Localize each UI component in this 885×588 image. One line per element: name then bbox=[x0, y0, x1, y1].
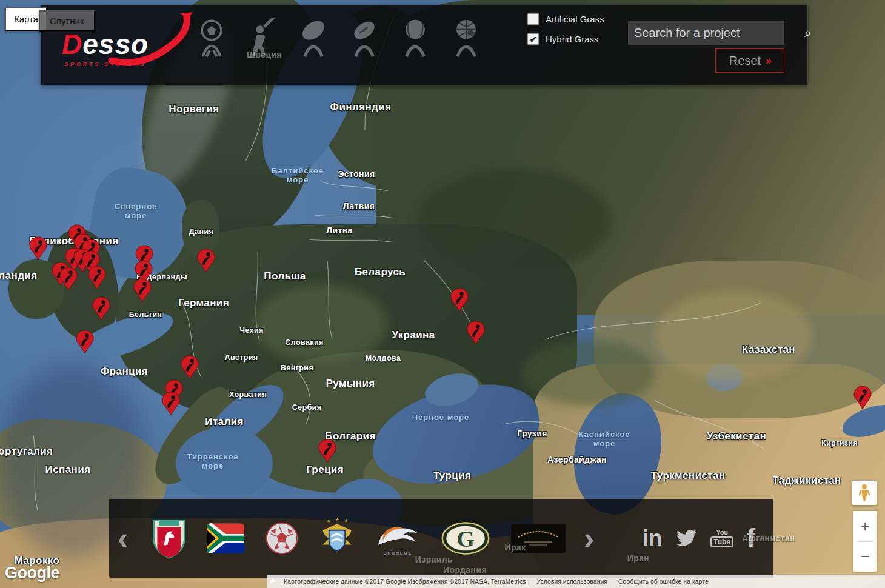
brand-name: Desso bbox=[62, 30, 149, 58]
liverpool-fc-crest[interactable] bbox=[152, 517, 186, 560]
project-marker[interactable] bbox=[76, 330, 94, 356]
project-marker[interactable] bbox=[92, 296, 110, 323]
pegman-button[interactable] bbox=[852, 481, 877, 505]
google-logo[interactable]: Google bbox=[5, 564, 59, 583]
basketball-sport-icon[interactable] bbox=[449, 18, 484, 58]
project-marker[interactable] bbox=[88, 266, 106, 292]
green-bay-packers-logo[interactable]: G bbox=[441, 521, 490, 555]
filter-label: Artificial Grass bbox=[546, 14, 604, 24]
desso-project-map: Северное мореБалтийское мореТирренское м… bbox=[0, 0, 885, 588]
denver-broncos-logo[interactable]: BRONCOS bbox=[375, 522, 420, 555]
social-icons: inYouTubef bbox=[603, 528, 773, 549]
project-marker[interactable] bbox=[318, 439, 336, 466]
project-marker[interactable] bbox=[162, 392, 180, 418]
stadium-logo[interactable] bbox=[511, 524, 566, 553]
checkbox-icon[interactable] bbox=[527, 13, 539, 25]
map-attribution: Картографические данные ©2017 Google Изо… bbox=[267, 575, 885, 588]
project-marker[interactable] bbox=[853, 386, 872, 412]
south-africa-flag[interactable] bbox=[207, 523, 244, 553]
project-marker[interactable] bbox=[59, 267, 78, 293]
attribution-arrow-icon bbox=[270, 577, 276, 584]
project-search: ⌕ bbox=[628, 21, 784, 45]
linkedin-icon[interactable]: in bbox=[643, 530, 662, 547]
reset-button[interactable]: Reset » bbox=[715, 48, 784, 73]
reset-label: Reset bbox=[729, 54, 761, 68]
carousel-logos: BRONCOSG bbox=[136, 517, 575, 560]
carousel-next-button[interactable]: › bbox=[575, 523, 603, 554]
report-error-link[interactable]: Сообщить об ошибке на карте bbox=[618, 578, 709, 585]
clients-carousel: ‹ BRONCOSG › inYouTubef bbox=[109, 499, 773, 578]
filter-hybrid-grass[interactable]: ✔Hybrid Grass bbox=[527, 33, 604, 45]
terms-of-use-link[interactable]: Условия использования bbox=[536, 578, 607, 585]
broncos-caption: BRONCOS bbox=[384, 551, 412, 555]
checkbox-checked-icon[interactable]: ✔ bbox=[527, 33, 539, 45]
soccer-ball[interactable] bbox=[265, 521, 299, 555]
american-football-sport-icon[interactable] bbox=[347, 18, 382, 58]
grass-filters: Artificial Grass✔Hybrid Grass bbox=[527, 13, 604, 53]
project-marker[interactable] bbox=[133, 278, 152, 305]
attribution-data-text: Картографические данные ©2017 Google Изо… bbox=[284, 578, 526, 585]
project-marker[interactable] bbox=[29, 236, 47, 263]
filter-artificial-grass[interactable]: Artificial Grass bbox=[527, 13, 604, 25]
svg-text:G: G bbox=[456, 526, 475, 552]
carousel-prev-button[interactable]: ‹ bbox=[109, 523, 136, 554]
twitter-icon[interactable] bbox=[675, 529, 697, 547]
zoom-controls: + − bbox=[853, 511, 877, 572]
project-marker[interactable] bbox=[467, 321, 485, 347]
youtube-icon[interactable]: YouTube bbox=[710, 529, 733, 547]
manchester-city-crest[interactable] bbox=[319, 517, 355, 560]
pegman-icon bbox=[858, 484, 870, 502]
cricket-sport-icon[interactable] bbox=[245, 18, 280, 58]
filter-label: Hybrid Grass bbox=[546, 34, 599, 44]
brand-subtitle: SPORTS SYSTEMS bbox=[64, 61, 147, 67]
facebook-icon[interactable]: f bbox=[747, 528, 755, 549]
zoom-out-button[interactable]: − bbox=[853, 542, 877, 572]
header-bar: Desso SPORTS SYSTEMS Artificial Grass✔Hy… bbox=[41, 5, 807, 85]
project-marker[interactable] bbox=[197, 249, 215, 275]
project-marker[interactable] bbox=[450, 288, 469, 315]
zoom-in-button[interactable]: + bbox=[853, 511, 877, 541]
project-marker[interactable] bbox=[181, 355, 199, 382]
search-input[interactable] bbox=[628, 26, 801, 40]
rugby-sport-icon[interactable] bbox=[296, 18, 331, 58]
baseball-sport-icon[interactable] bbox=[398, 18, 433, 58]
football-sport-icon[interactable] bbox=[194, 18, 229, 58]
reset-arrows-icon: » bbox=[766, 55, 770, 67]
search-icon[interactable]: ⌕ bbox=[801, 21, 815, 45]
map-type-tab-satellite[interactable]: Спутник bbox=[39, 10, 95, 32]
sport-filter-icons bbox=[194, 18, 484, 58]
